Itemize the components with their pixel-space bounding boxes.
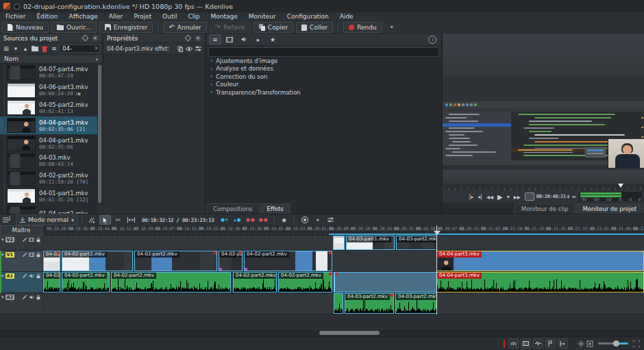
menu-montage[interactable]: Montage [205, 12, 243, 21]
effect-category[interactable]: ›Transparence/Transformation [206, 88, 441, 97]
bin-scrollbar[interactable] [97, 64, 102, 214]
bin-column-header[interactable]: Nom ▴ [0, 55, 102, 64]
render-button[interactable]: Rendu [343, 22, 382, 33]
zone-in-icon[interactable]: |▸ [467, 194, 476, 200]
copy-button[interactable]: Copier [253, 22, 293, 33]
paste-button[interactable]: Coller [296, 22, 333, 33]
play-options-chevron-icon[interactable]: ▾ [505, 194, 512, 200]
timeline-clip[interactable]: 04-02-part1 [43, 272, 60, 292]
new-button[interactable]: Nouveau [1, 22, 49, 33]
timeline-clip[interactable]: 04-02-part2.mkv [62, 251, 133, 271]
monitor-playhead[interactable] [618, 184, 623, 188]
timeline-clip[interactable] [334, 272, 437, 292]
audio-thumbnails-toggle-icon[interactable] [533, 338, 543, 349]
record-icon[interactable] [299, 215, 310, 225]
timeline-zoom-slider[interactable] [598, 342, 628, 345]
menu-aide[interactable]: Aide [334, 12, 359, 21]
timeline-settings-icon[interactable] [1, 215, 12, 225]
track-header-v1[interactable]: ▾V1 [0, 251, 42, 272]
tab-effets[interactable]: Effets [260, 203, 290, 214]
timeline-options-icon[interactable] [325, 215, 336, 225]
timeline-clip[interactable]: 04-04-part3.mkv [436, 251, 644, 271]
rewind-icon[interactable]: ◂◂ [484, 193, 495, 201]
track-target-badge[interactable]: A2 [5, 295, 15, 300]
selection-tool[interactable] [99, 215, 111, 225]
undo-button[interactable]: ↶ Annuler [163, 22, 206, 33]
track-thumbnails-icon[interactable] [29, 252, 34, 258]
timeline-clip[interactable]: 04-03-part2.mkv [396, 236, 437, 250]
bin-item[interactable]: 04-05-part2.mkv00:02:41:13 [0, 99, 98, 117]
loop-zone-button[interactable] [525, 192, 534, 201]
zone-out-icon[interactable]: ◂| [475, 194, 484, 200]
timeline-clip[interactable] [333, 236, 345, 250]
track-mute-icon[interactable] [29, 273, 34, 279]
menu-aller[interactable]: Aller [103, 12, 128, 21]
razor-tool[interactable]: ✂ [112, 215, 124, 225]
effect-category[interactable]: ›Correction du son [206, 73, 441, 81]
chevron-down-icon[interactable]: ▾ [1, 237, 4, 242]
chevron-down-icon[interactable]: ▾ [1, 252, 4, 258]
track-header-a1[interactable]: ▾A1 [0, 272, 42, 293]
timeline-clip[interactable]: 04-02-part2.mkv [278, 272, 332, 292]
float-panel-icon[interactable] [185, 35, 192, 42]
edit-mode-dropdown[interactable]: Mode normal ▾ [16, 214, 78, 225]
timeline-clip[interactable]: 04-02-part2.mkv [244, 251, 332, 271]
monitor-timecode[interactable]: 00:20:48:21 [536, 194, 566, 199]
tab-compositions[interactable]: Compositions [206, 203, 260, 214]
track-lane-v2[interactable]: 04-03-part1.mkv04-03-part2.mkv [43, 236, 644, 251]
insert-edit-icon[interactable]: ●● [245, 215, 256, 225]
insert-zone-icon[interactable]: ●▾ [219, 215, 230, 225]
bin-item[interactable]: 04-04-part3.mkv00:02:35:06 [2] [0, 116, 98, 134]
bin-item[interactable]: 04-04-part1.mkv00:02:35:06 [0, 134, 98, 152]
track-lock-icon[interactable] [36, 252, 41, 258]
timeline-clip[interactable]: 04-02-part1 [43, 251, 60, 271]
play-icon[interactable]: ▶ [495, 193, 505, 201]
track-lane-v1[interactable]: 04-02-part104-02-part2.mkv04-02-part2.mk… [43, 251, 644, 272]
snap-toggle-icon[interactable] [508, 338, 519, 349]
effect-options-icon[interactable] [195, 46, 201, 51]
bin-menu-icon[interactable]: ≡ [50, 45, 58, 53]
show-all-effects-icon[interactable]: ≡ [209, 34, 221, 45]
timeline-hscrollbar[interactable] [0, 329, 644, 336]
record-chevron-icon[interactable]: ▾ [312, 215, 323, 225]
effect-category[interactable]: ›Ajustements d'image [206, 57, 441, 65]
bin-item[interactable]: 04-02-part2.mkv00:11:59:20 [78] [0, 170, 98, 188]
timeline-clip[interactable]: 04-02-part2.mkv [233, 272, 277, 292]
show-effects-eye-icon[interactable] [186, 47, 193, 51]
effects-search-input[interactable] [208, 47, 439, 57]
overwrite-edit-icon[interactable]: ●● [258, 215, 269, 225]
spacer-tool[interactable] [125, 215, 137, 225]
favorite-effects-star-icon[interactable]: ★ [278, 215, 290, 225]
timeline-clip[interactable]: 04-02-part2.mkv [62, 272, 110, 292]
clear-search-icon[interactable]: × [94, 45, 99, 51]
bin-item[interactable]: 04-06-part3.mkv00:00:24:20♪▦ [0, 82, 98, 99]
master-track-button[interactable]: Maître [0, 225, 42, 236]
timeline-clip[interactable] [334, 293, 343, 314]
custom-effects-icon[interactable]: ▸ [252, 34, 264, 45]
copy-effects-icon[interactable] [177, 46, 183, 52]
render-options-chevron[interactable]: ▾ [385, 22, 399, 33]
fit-zoom-icon[interactable] [586, 340, 593, 347]
zone-toggle-icon[interactable] [558, 338, 568, 349]
chevron-up-icon[interactable]: ▴ [21, 45, 29, 53]
extract-zone-icon[interactable]: ▴● [232, 215, 243, 225]
redo-button[interactable]: ↷ Refaire [210, 22, 251, 33]
video-preview[interactable] [443, 77, 644, 170]
timeline-clip[interactable]: 04-03-part2.mkv [345, 293, 394, 314]
timeline-clip[interactable]: 04-03-part1.mkv [346, 236, 395, 250]
close-panel-icon[interactable]: ✕ [92, 35, 99, 42]
track-header-v2[interactable]: ▾V2 [0, 236, 42, 251]
thumbnails-toggle-icon[interactable] [521, 338, 531, 349]
chevron-down-icon[interactable]: ▾ [1, 295, 4, 300]
menu-clip[interactable]: Clip [182, 12, 205, 21]
track-lock-icon[interactable] [36, 273, 41, 279]
mix-clips-icon[interactable] [86, 215, 98, 225]
favorite-effects-icon[interactable]: ★ [267, 34, 279, 45]
menu-configuration[interactable]: Configuration [282, 12, 334, 21]
menu-outil[interactable]: Outil [157, 12, 182, 21]
delete-icon[interactable] [40, 45, 49, 53]
track-lock-icon[interactable] [36, 237, 41, 242]
close-panel-icon[interactable]: ✕ [195, 35, 201, 42]
bin-item[interactable]: 04-03.mkv00:08:43:14 [0, 152, 98, 170]
track-effects-icon[interactable] [22, 273, 27, 279]
